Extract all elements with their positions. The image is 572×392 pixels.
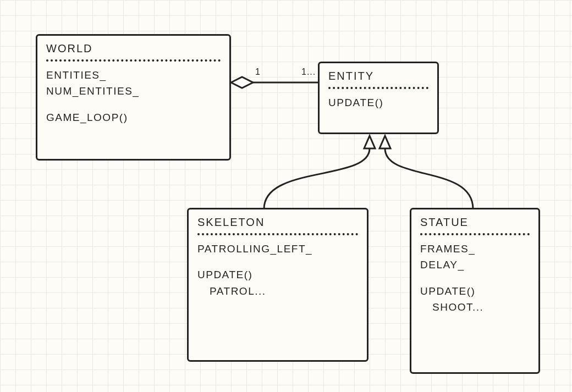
- class-entity-divider: [328, 87, 428, 89]
- class-skeleton-attrs: PATROLLING_LEFT_: [197, 241, 358, 257]
- inheritance-skeleton-entity: [264, 136, 375, 209]
- class-statue: STATUE FRAMES_ DELAY_ UPDATE() SHOOT...: [410, 208, 540, 374]
- attr: DELAY_: [420, 257, 530, 273]
- class-statue-title: STATUE: [420, 216, 530, 229]
- class-statue-divider: [420, 233, 530, 235]
- multiplicity-world: 1: [255, 67, 261, 77]
- class-skeleton-divider: [197, 233, 358, 235]
- class-entity-methods: UPDATE(): [328, 95, 428, 111]
- class-statue-methods: UPDATE() SHOOT...: [420, 283, 530, 316]
- class-skeleton: SKELETON PATROLLING_LEFT_ UPDATE() PATRO…: [187, 208, 369, 362]
- attr: ENTITIES_: [46, 67, 221, 83]
- method: GAME_LOOP(): [46, 109, 221, 125]
- class-world-divider: [46, 59, 221, 62]
- method: UPDATE(): [420, 283, 530, 299]
- class-skeleton-methods: UPDATE() PATROL...: [197, 267, 358, 299]
- aggregation-world-entity: [231, 77, 318, 88]
- attr: PATROLLING_LEFT_: [197, 241, 358, 257]
- class-entity: ENTITY UPDATE(): [318, 62, 439, 134]
- class-world-title: WORLD: [46, 42, 221, 55]
- class-statue-attrs: FRAMES_ DELAY_: [420, 241, 530, 273]
- class-skeleton-title: SKELETON: [197, 216, 358, 229]
- inheritance-statue-entity: [380, 136, 473, 209]
- method: PATROL...: [210, 283, 358, 299]
- attr: NUM_ENTITIES_: [46, 83, 221, 99]
- class-entity-title: ENTITY: [328, 70, 428, 82]
- attr: FRAMES_: [420, 241, 530, 257]
- multiplicity-entity: 1...: [301, 67, 316, 77]
- method: UPDATE(): [328, 95, 428, 111]
- method: SHOOT...: [432, 299, 530, 315]
- class-world-attrs: ENTITIES_ NUM_ENTITIES_: [46, 67, 221, 100]
- diagram-canvas: 1 1... WORLD ENTITIES_ NUM_ENTITIES_ GAM…: [0, 0, 572, 392]
- class-world: WORLD ENTITIES_ NUM_ENTITIES_ GAME_LOOP(…: [36, 34, 231, 161]
- class-world-methods: GAME_LOOP(): [46, 109, 221, 125]
- method: UPDATE(): [197, 267, 358, 283]
